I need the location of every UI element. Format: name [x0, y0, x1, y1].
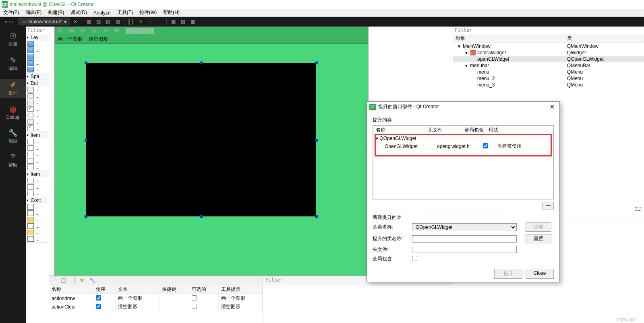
- layout-btn-4[interactable]: ▧: [114, 18, 122, 26]
- mode-欢迎[interactable]: ⊞欢迎: [0, 30, 26, 49]
- form-toolbar[interactable]: 画一个图形 清空图形: [55, 35, 368, 44]
- form-menu-ghost[interactable]: 啊: [114, 28, 119, 35]
- widget-item[interactable]: ...: [26, 60, 49, 66]
- close-button[interactable]: Close: [526, 269, 554, 279]
- action-delete-icon[interactable]: ✖: [80, 278, 86, 284]
- form-menu-ghost[interactable]: 啊: [81, 28, 85, 35]
- menu-item[interactable]: Analyze: [92, 10, 112, 16]
- resize-handle[interactable]: [315, 62, 318, 64]
- base-class-select[interactable]: QOpenGLWidget: [412, 223, 517, 231]
- form-menu-ghost[interactable]: 啊: [103, 28, 108, 35]
- widget-item[interactable]: ...: [26, 164, 49, 171]
- action-table[interactable]: 名称使用文本快捷键可选的工具提示actiondraw画一个图形画一个图形acti…: [49, 285, 263, 323]
- opengl-widget[interactable]: [86, 63, 316, 216]
- widget-item[interactable]: ...: [26, 151, 49, 158]
- widget-item[interactable]: ...: [26, 119, 49, 125]
- object-tree[interactable]: 对象类▾MainWindowQMainWindow▾🧱 centralwidge…: [453, 34, 644, 88]
- widget-item[interactable]: ...: [26, 106, 49, 112]
- menu-item[interactable]: 帮助(H): [162, 9, 181, 16]
- mode-Debug[interactable]: 🐞Debug: [0, 103, 26, 121]
- resize-handle[interactable]: [85, 215, 87, 218]
- nav-chevrons[interactable]: « ‹ ›: [2, 19, 17, 25]
- action-new-icon[interactable]: 📄: [51, 278, 57, 284]
- widget-category[interactable]: ▾Item: [26, 171, 49, 177]
- menu-item[interactable]: 调试(D): [69, 9, 89, 16]
- remove-button[interactable]: —: [543, 202, 554, 210]
- add-button[interactable]: 添加: [526, 222, 551, 232]
- resize-handle[interactable]: [85, 62, 87, 64]
- widget-item[interactable]: ...: [26, 184, 49, 190]
- layout-btn-6[interactable]: ≡: [137, 18, 145, 26]
- layout-btn-3[interactable]: ▤: [104, 18, 112, 26]
- checkable-check[interactable]: [192, 304, 197, 309]
- menu-item[interactable]: 工具(T): [116, 9, 135, 16]
- object-filter[interactable]: Filter: [453, 27, 644, 34]
- action-paste-icon[interactable]: 📑: [70, 278, 77, 284]
- menu-item[interactable]: 构建(B): [46, 9, 66, 16]
- used-check[interactable]: [96, 304, 101, 309]
- action-config-icon[interactable]: 🔧: [89, 278, 96, 284]
- form-menu-ghost[interactable]: 啊: [58, 28, 63, 35]
- layout-btn-11[interactable]: ▩: [188, 18, 197, 26]
- layout-btn-5[interactable]: ║║: [127, 18, 135, 26]
- object-tree-row[interactable]: openGLWidgetQOpenGLWidget: [453, 56, 644, 62]
- promoted-class-list[interactable]: 名称 头文件 全局包含 用法 ▾ QOpenGLWidget OpenGLWid…: [373, 125, 554, 200]
- widget-item[interactable]: ...: [26, 99, 49, 106]
- resize-handle[interactable]: [315, 139, 318, 142]
- action-row[interactable]: actiondraw画一个图形画一个图形: [49, 294, 263, 303]
- dropdown-icon[interactable]: ▾: [64, 19, 66, 25]
- menu-item[interactable]: 编辑(E): [24, 9, 43, 16]
- widget-item[interactable]: ...: [26, 177, 49, 184]
- widget-item[interactable]: ...: [26, 138, 49, 145]
- widget-item[interactable]: ...: [26, 93, 49, 99]
- form-menubar[interactable]: 啊啊啊啊啊啊在这里输入: [55, 27, 368, 35]
- widget-item[interactable]: ...: [26, 158, 49, 164]
- widget-item[interactable]: ...: [26, 41, 49, 47]
- menu-item[interactable]: 文件(F): [2, 9, 21, 16]
- layout-btn-2[interactable]: ▥: [94, 18, 102, 26]
- object-tree-row[interactable]: ▾🧱 centralwidgetQWidget: [453, 49, 644, 56]
- widget-item[interactable]: ...: [26, 66, 49, 73]
- mode-帮助[interactable]: ?帮助: [0, 151, 26, 170]
- global-include-checkbox[interactable]: [412, 256, 417, 261]
- menu-item[interactable]: 控件(W): [138, 9, 158, 16]
- dialog-close-icon[interactable]: ✕: [547, 103, 557, 111]
- mode-项目[interactable]: 🔧项目: [0, 127, 26, 146]
- object-tree-row[interactable]: menu_3QMenu: [453, 82, 644, 88]
- file-tab[interactable]: ▭ mainwindow.ui* ▾: [18, 18, 70, 25]
- mode-编辑[interactable]: ✎编辑: [0, 54, 26, 73]
- object-tree-row[interactable]: ▾MainWindowQMainWindow: [453, 43, 644, 50]
- resize-handle[interactable]: [85, 139, 87, 142]
- widget-category[interactable]: ▾Spa: [26, 73, 49, 80]
- reset-button[interactable]: 重置: [526, 234, 551, 243]
- checkable-check[interactable]: [192, 295, 197, 300]
- main-window-form[interactable]: 啊啊啊啊啊啊在这里输入 画一个图形 清空图形: [54, 27, 369, 276]
- widget-item[interactable]: ...: [26, 53, 49, 60]
- toolbar-action-draw[interactable]: 画一个图形: [58, 36, 82, 43]
- promote-button[interactable]: 提升: [494, 269, 522, 279]
- widget-item[interactable]: ...: [26, 145, 49, 151]
- widget-item[interactable]: ...: [26, 229, 49, 236]
- widget-item[interactable]: ...: [26, 210, 49, 216]
- action-copy-icon[interactable]: 📋: [60, 278, 67, 284]
- layout-btn-9[interactable]: ▦: [169, 18, 177, 26]
- layout-btn-8[interactable]: ↕: [156, 18, 164, 26]
- mode-设计[interactable]: ✐设计: [0, 79, 26, 98]
- dialog-titlebar[interactable]: QC 提升的窗口部件 - Qt Creator ✕: [367, 102, 559, 112]
- widget-category[interactable]: ▾Item: [26, 132, 49, 138]
- resize-handle[interactable]: [200, 215, 203, 218]
- action-row[interactable]: actionClear清空图形清空图形: [49, 302, 263, 311]
- widget-item[interactable]: ...: [26, 223, 49, 229]
- header-file-input[interactable]: [412, 246, 517, 253]
- object-tree-row[interactable]: menu_2QMenu: [453, 75, 644, 82]
- widget-item[interactable]: ...: [26, 86, 49, 93]
- widget-category[interactable]: ▾But: [26, 80, 49, 86]
- form-menu-ghost[interactable]: 啊: [92, 28, 97, 35]
- form-menu-ghost[interactable]: 啊: [69, 28, 74, 35]
- layout-btn-1[interactable]: ▦: [85, 18, 93, 26]
- widget-item[interactable]: ...: [26, 216, 49, 223]
- object-tree-row[interactable]: ▾menubarQMenuBar: [453, 62, 644, 69]
- close-tab-icon[interactable]: ✕: [71, 18, 79, 26]
- widget-item[interactable]: ...: [26, 112, 49, 119]
- layout-btn-7[interactable]: ↔: [146, 18, 154, 26]
